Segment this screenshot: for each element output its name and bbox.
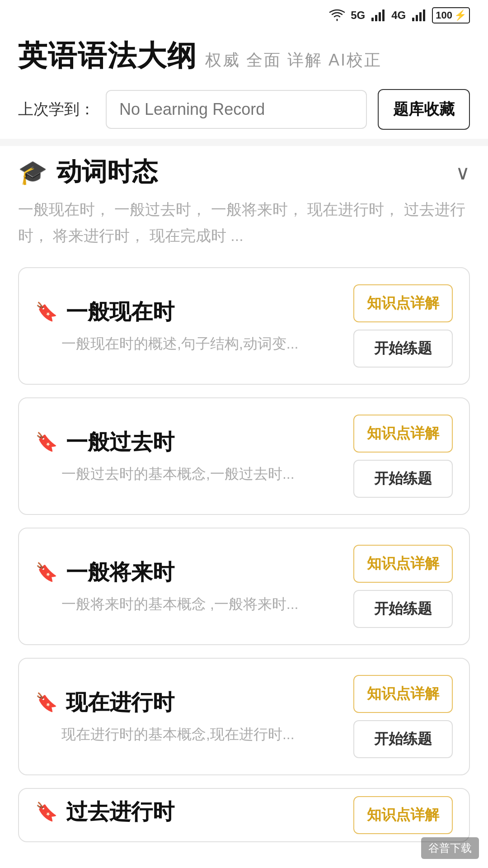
card-title-row: 🔖 现在进行时 xyxy=(35,688,340,717)
4g-label: 4G xyxy=(391,9,406,22)
wifi-icon xyxy=(329,9,345,22)
card-title-row: 🔖 一般现在时 xyxy=(35,297,340,326)
svg-rect-6 xyxy=(419,12,422,21)
chevron-down-icon[interactable]: ∨ xyxy=(455,161,470,184)
topic-collection-button[interactable]: 题库收藏 xyxy=(378,89,470,130)
section-title-area: 🎓 动词时态 xyxy=(18,155,158,189)
watermark: 谷普下载 xyxy=(421,837,479,859)
knowledge-detail-button[interactable]: 知识点详解 xyxy=(353,415,453,453)
card-left: 🔖 现在进行时 现在进行时的基本概念,现在进行时... xyxy=(35,688,353,745)
topic-card: 🔖 一般过去时 一般过去时的基本概念,一般过去时... 知识点详解 开始练题 xyxy=(18,397,470,515)
card-title: 过去进行时 xyxy=(66,797,174,826)
start-practice-button[interactable]: 开始练题 xyxy=(353,330,453,368)
card-title: 现在进行时 xyxy=(66,688,174,717)
last-study-input[interactable] xyxy=(106,90,367,129)
bookmark-icon: 🔖 xyxy=(35,692,58,713)
topic-cards-container: 🔖 一般现在时 一般现在时的概述,句子结构,动词变... 知识点详解 开始练题 … xyxy=(18,267,470,842)
bookmark-icon: 🔖 xyxy=(35,431,58,453)
svg-rect-1 xyxy=(375,15,377,21)
card-title-row: 🔖 过去进行时 xyxy=(35,797,340,826)
start-practice-button[interactable]: 开始练题 xyxy=(353,720,453,758)
card-description: 一般将来时的基本概念 ,一般将来时... xyxy=(61,593,340,615)
card-actions: 知识点详解 开始练题 xyxy=(353,415,453,498)
card-description: 现在进行时的基本概念,现在进行时... xyxy=(61,723,340,745)
card-title: 一般将来时 xyxy=(66,558,174,587)
section-header: 🎓 动词时态 ∨ xyxy=(18,155,470,189)
bookmark-icon: 🔖 xyxy=(35,301,58,322)
page-header: 英语语法大纲 权威 全面 详解 AI校正 上次学到： 题库收藏 xyxy=(0,27,488,130)
title-row: 英语语法大纲 权威 全面 详解 AI校正 xyxy=(18,36,470,75)
knowledge-detail-button[interactable]: 知识点详解 xyxy=(353,545,453,583)
graduation-cap-icon: 🎓 xyxy=(18,159,47,186)
battery-level: 100 xyxy=(436,9,452,21)
card-title: 一般过去时 xyxy=(66,428,174,457)
svg-rect-2 xyxy=(379,12,381,21)
card-actions: 知识点详解 开始练题 xyxy=(353,545,453,628)
card-description: 一般现在时的概述,句子结构,动词变... xyxy=(61,333,340,354)
section-divider xyxy=(0,139,488,146)
card-title: 一般现在时 xyxy=(66,297,174,326)
svg-rect-0 xyxy=(371,18,374,21)
topic-card: 🔖 一般将来时 一般将来时的基本概念 ,一般将来时... 知识点详解 开始练题 xyxy=(18,528,470,645)
topic-card: 🔖 过去进行时 知识点详解 xyxy=(18,788,470,842)
5g-label: 5G xyxy=(351,9,365,22)
card-actions: 知识点详解 xyxy=(353,796,453,834)
signal-icon-1 xyxy=(371,9,386,22)
svg-rect-4 xyxy=(412,18,414,21)
card-actions: 知识点详解 开始练题 xyxy=(353,675,453,758)
section-title: 动词时态 xyxy=(56,155,158,189)
last-study-label: 上次学到： xyxy=(18,99,95,120)
battery-indicator: 100 ⚡ xyxy=(432,7,470,24)
battery-charge-icon: ⚡ xyxy=(454,9,466,21)
bookmark-icon: 🔖 xyxy=(35,801,58,822)
verb-tense-section: 🎓 动词时态 ∨ 一般现在时， 一般过去时， 一般将来时， 现在进行时， 过去进… xyxy=(0,155,488,842)
start-practice-button[interactable]: 开始练题 xyxy=(353,590,453,628)
card-left: 🔖 一般过去时 一般过去时的基本概念,一般过去时... xyxy=(35,428,353,485)
svg-rect-7 xyxy=(423,9,425,21)
card-left: 🔖 过去进行时 xyxy=(35,797,353,833)
knowledge-detail-button[interactable]: 知识点详解 xyxy=(353,675,453,713)
card-description: 一般过去时的基本概念,一般过去时... xyxy=(61,463,340,485)
knowledge-detail-button[interactable]: 知识点详解 xyxy=(353,796,453,834)
knowledge-detail-button[interactable]: 知识点详解 xyxy=(353,284,453,322)
card-left: 🔖 一般现在时 一般现在时的概述,句子结构,动词变... xyxy=(35,297,353,354)
svg-rect-5 xyxy=(416,15,418,21)
section-description: 一般现在时， 一般过去时， 一般将来时， 现在进行时， 过去进行时， 将来进行时… xyxy=(18,197,470,249)
signal-icon-2 xyxy=(411,9,427,22)
card-actions: 知识点详解 开始练题 xyxy=(353,284,453,368)
page-subtitle: 权威 全面 详解 AI校正 xyxy=(205,49,382,71)
card-left: 🔖 一般将来时 一般将来时的基本概念 ,一般将来时... xyxy=(35,558,353,615)
last-study-row: 上次学到： 题库收藏 xyxy=(18,89,470,130)
card-title-row: 🔖 一般将来时 xyxy=(35,558,340,587)
start-practice-button[interactable]: 开始练题 xyxy=(353,460,453,498)
page-title: 英语语法大纲 xyxy=(18,36,197,75)
bookmark-icon: 🔖 xyxy=(35,561,58,583)
topic-card: 🔖 一般现在时 一般现在时的概述,句子结构,动词变... 知识点详解 开始练题 xyxy=(18,267,470,385)
card-title-row: 🔖 一般过去时 xyxy=(35,428,340,457)
status-icons: 5G 4G 100 ⚡ xyxy=(329,7,470,24)
status-bar: 5G 4G 100 ⚡ xyxy=(0,0,488,27)
topic-card: 🔖 现在进行时 现在进行时的基本概念,现在进行时... 知识点详解 开始练题 xyxy=(18,658,470,775)
svg-rect-3 xyxy=(382,9,385,21)
